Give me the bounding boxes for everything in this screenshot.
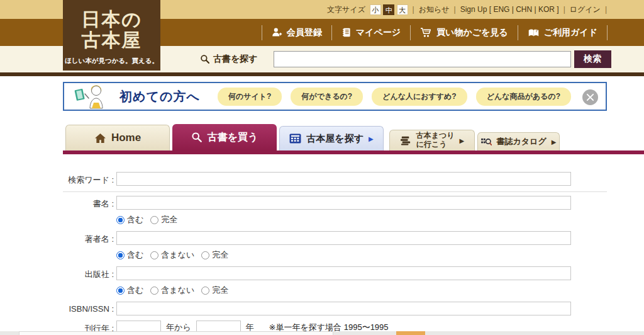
signup-language-link[interactable]: Sign Up [ ENG | CHN | KOR ] bbox=[460, 5, 559, 14]
person-reading-illustration bbox=[73, 83, 112, 110]
guide-book-icon: ? bbox=[528, 28, 540, 38]
radio-unselected-icon bbox=[150, 251, 158, 259]
mypage-link[interactable]: マイページ bbox=[332, 25, 411, 40]
radio-publisher-contains[interactable]: 含む bbox=[116, 285, 143, 296]
keyword-label: 検索ワード : bbox=[63, 172, 114, 186]
tab-book-fair-label: 古本まつり に行こう bbox=[416, 132, 455, 149]
search-submit-button[interactable]: 検索 bbox=[574, 50, 611, 68]
pill-what-site-button[interactable]: 何のサイト? bbox=[218, 88, 282, 106]
tab-buy-books[interactable]: 古書を買う bbox=[172, 124, 277, 150]
radio-unselected-icon bbox=[201, 251, 209, 259]
book-title-row: 書名 : bbox=[63, 196, 644, 210]
chevron-right-icon: ▶ bbox=[369, 135, 374, 142]
publisher-row: 出版社 : bbox=[63, 266, 644, 280]
radio-author-not-contains[interactable]: 含まない bbox=[150, 249, 194, 261]
author-match-options: 含む 含まない 完全 bbox=[116, 249, 644, 261]
main-tab-bar: Home 古書を買う 古本屋を探す ▶ 古本まつり に行こう ▶ 書誌カタログ … bbox=[65, 124, 644, 150]
pill-what-products-button[interactable]: どんな商品があるの? bbox=[476, 88, 571, 106]
isbn-label: ISBN/ISSN : bbox=[63, 302, 114, 314]
grid-icon bbox=[289, 133, 301, 144]
author-input[interactable] bbox=[116, 231, 571, 245]
radio-author-exact[interactable]: 完全 bbox=[201, 249, 228, 261]
separator: | bbox=[564, 5, 565, 14]
search-section-label: 古書を探す bbox=[200, 54, 258, 65]
site-logo-tagline: ほしい本が見つかる。買える。 bbox=[63, 57, 160, 65]
cutoff-element-light bbox=[19, 331, 333, 335]
keyword-input[interactable] bbox=[116, 172, 571, 186]
chevron-right-icon: ▶ bbox=[552, 139, 557, 145]
radio-publisher-exact[interactable]: 完全 bbox=[201, 285, 228, 296]
chevron-right-icon: ▶ bbox=[460, 137, 465, 144]
author-label: 著者名 : bbox=[63, 231, 114, 245]
search-icon bbox=[200, 54, 210, 64]
site-logo-text: 日本の 古本屋 bbox=[63, 9, 160, 50]
tab-bibliography-catalog[interactable]: 書誌カタログ ▶ bbox=[477, 132, 560, 150]
tab-find-bookstores[interactable]: 古本屋を探す ▶ bbox=[279, 126, 384, 150]
search-icon bbox=[191, 132, 203, 143]
keyword-row: 検索ワード : bbox=[63, 172, 644, 186]
radio-unselected-icon bbox=[150, 216, 158, 224]
font-size-small-button[interactable]: 小 bbox=[370, 4, 381, 15]
radio-publisher-not-contains[interactable]: 含まない bbox=[150, 285, 194, 296]
book-title-input[interactable] bbox=[116, 196, 571, 210]
tab-book-fair[interactable]: 古本まつり に行こう ▶ bbox=[389, 130, 475, 150]
separator: | bbox=[605, 5, 607, 14]
close-icon bbox=[586, 93, 594, 101]
form-divider bbox=[63, 191, 607, 192]
publisher-label: 出版社 : bbox=[63, 266, 114, 280]
radio-title-exact[interactable]: 完全 bbox=[150, 214, 177, 225]
tab-home[interactable]: Home bbox=[65, 125, 170, 150]
publisher-match-options: 含む 含まない 完全 bbox=[116, 284, 644, 297]
header-bottom-border bbox=[0, 72, 644, 76]
notebook-icon bbox=[341, 27, 352, 38]
user-guide-link[interactable]: ? ご利用ガイド bbox=[518, 25, 608, 40]
radio-unselected-icon bbox=[150, 287, 158, 295]
banner-close-button[interactable] bbox=[582, 89, 598, 105]
login-link[interactable]: ログイン bbox=[570, 4, 601, 15]
book-title-match-options: 含む 完全 bbox=[116, 213, 644, 226]
font-size-large-button[interactable]: 大 bbox=[397, 4, 408, 15]
beginners-banner: 初めての方へ 何のサイト? 何ができるの? どんな人におすすめ? どんな商品があ… bbox=[63, 82, 607, 111]
radio-unselected-icon bbox=[201, 287, 209, 295]
catalog-search-icon bbox=[481, 138, 492, 146]
cutoff-element-tan bbox=[396, 331, 425, 335]
cart-icon bbox=[420, 27, 432, 38]
isbn-input[interactable] bbox=[116, 302, 571, 315]
site-logo[interactable]: 日本の 古本屋 ほしい本が見つかる。買える。 bbox=[63, 0, 160, 71]
radio-title-contains[interactable]: 含む bbox=[116, 214, 143, 225]
separator: | bbox=[413, 5, 414, 14]
font-size-label: 文字サイズ bbox=[327, 4, 365, 15]
pill-recommended-for-button[interactable]: どんな人におすすめ? bbox=[372, 88, 467, 106]
radio-selected-icon bbox=[116, 251, 125, 259]
book-stack-icon bbox=[400, 135, 411, 145]
home-icon bbox=[94, 133, 106, 144]
advanced-search-form: 検索ワード : 書名 : 含む 完全 著者名 : 含む 含まない 完全 出版社 … bbox=[63, 154, 644, 335]
person-add-icon bbox=[272, 27, 282, 38]
publisher-input[interactable] bbox=[116, 266, 571, 280]
radio-selected-icon bbox=[116, 287, 125, 295]
book-search-input[interactable] bbox=[274, 51, 571, 67]
svg-text:?: ? bbox=[535, 28, 538, 33]
pill-what-can-do-button[interactable]: 何ができるの? bbox=[291, 88, 363, 106]
viewport-cutoff-strip bbox=[0, 331, 644, 335]
notice-link[interactable]: お知らせ bbox=[419, 4, 450, 15]
radio-author-contains[interactable]: 含む bbox=[116, 249, 143, 261]
book-title-label: 書名 : bbox=[63, 196, 114, 210]
radio-selected-icon bbox=[116, 216, 125, 224]
author-row: 著者名 : bbox=[63, 231, 644, 245]
beginners-banner-title: 初めての方へ bbox=[119, 88, 200, 105]
member-register-link[interactable]: 会員登録 bbox=[262, 25, 332, 40]
font-size-medium-button[interactable]: 中 bbox=[383, 4, 394, 15]
isbn-row: ISBN/ISSN : bbox=[63, 302, 644, 315]
view-cart-link[interactable]: 買い物かごを見る bbox=[411, 25, 518, 40]
separator: | bbox=[454, 5, 456, 14]
